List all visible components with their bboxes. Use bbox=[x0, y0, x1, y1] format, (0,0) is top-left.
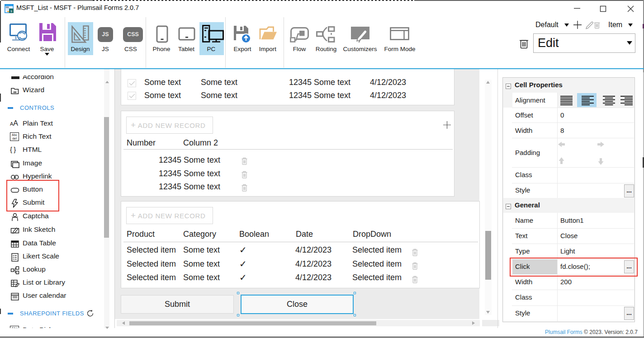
svg-text:s: s bbox=[10, 9, 12, 13]
